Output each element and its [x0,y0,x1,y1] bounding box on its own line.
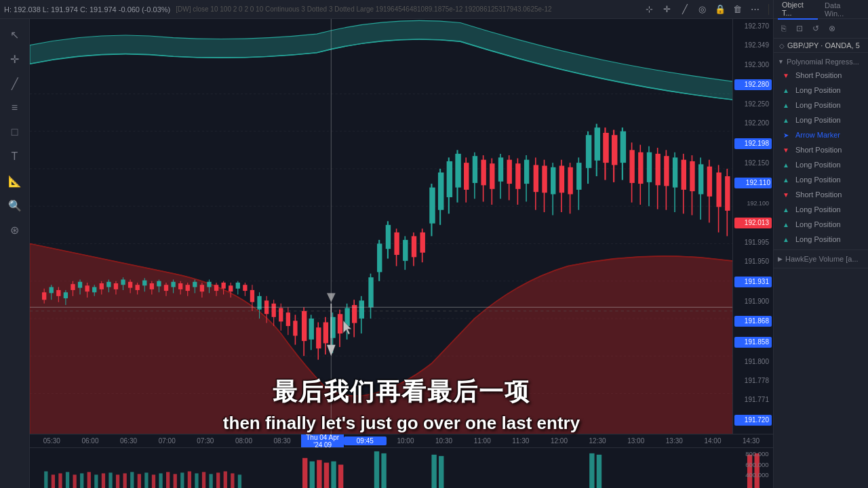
svg-rect-212 [130,472,134,488]
pos-long-5[interactable]: ▲ Long Position [778,172,864,187]
rp-tool-paste[interactable]: ⊡ [793,22,806,35]
short-position-icon-3: ▼ [781,189,791,200]
svg-rect-218 [174,474,177,488]
svg-rect-58 [207,282,211,287]
pos-long-1[interactable]: ▲ Long Position [778,83,864,98]
tool-cross[interactable]: ✛ [5,49,25,69]
price-192370: 192.370 [734,22,772,31]
time-0700: 07:00 [148,437,186,445]
svg-rect-140 [534,165,538,192]
tool-zoom[interactable]: 🔍 [5,195,25,216]
pos-long-6[interactable]: ▲ Long Position [778,202,864,217]
svg-rect-232 [331,462,336,488]
rp-tool-settings[interactable]: ⊗ [825,22,839,35]
toolbar-line-btn[interactable]: ╱ [677,2,692,17]
svg-rect-222 [202,472,205,488]
tool-cursor[interactable]: ↖ [5,24,25,45]
svg-rect-204 [73,474,76,488]
long-position-icon-3: ▲ [781,115,791,125]
tool-shape[interactable]: □ [5,122,25,142]
svg-rect-150 [576,163,581,190]
symbol-icon: ◇ [779,42,785,49]
svg-rect-20 [71,284,75,290]
arrow-marker-icon: ➤ [781,129,791,140]
tool-magnet[interactable]: ⊛ [5,220,25,240]
svg-rect-90 [323,322,328,343]
svg-rect-136 [515,163,520,189]
svg-rect-230 [317,460,321,488]
tab-object-tree[interactable]: Object T... [778,0,818,20]
pos-long-3[interactable]: ▲ Long Position [778,113,864,127]
svg-rect-26 [92,287,96,293]
indicator-hawkeye-label: HawkEye Volume [a... [785,255,859,263]
top-bar: H: 192.038 L: 191.974 C: 191.974 -0.060 … [0,0,868,19]
price-192100: 192.100 [734,199,772,208]
svg-rect-14 [50,287,54,293]
price-192110: 192.110 [734,178,772,188]
time-1430: 14:30 [732,437,770,445]
rp-tool-copy[interactable]: ⎘ [776,22,790,35]
svg-rect-203 [66,472,69,488]
pos-short-3[interactable]: ▼ Short Position [778,187,864,202]
tab-data-window[interactable]: Data Win... [821,0,864,19]
time-0530: 05:30 [33,437,71,445]
svg-rect-116 [429,188,435,224]
indicator-polynomial-header[interactable]: ▼ Polynomial Regress... [778,56,864,68]
svg-rect-84 [302,311,307,341]
symbol-label: GBP/JPY · OANDA, 5 [787,41,860,49]
long-position-icon-7: ▲ [781,219,791,230]
svg-rect-34 [121,280,125,285]
svg-rect-100 [359,300,364,319]
symbol-row: ◇ GBP/JPY · OANDA, 5 [774,39,868,53]
svg-rect-66 [236,283,240,289]
svg-rect-76 [272,304,276,317]
price-191950: 191.950 [734,257,772,266]
svg-rect-235 [381,453,386,488]
long-position-icon-1: ▲ [781,85,791,96]
svg-rect-226 [231,473,234,488]
tool-measure[interactable]: 📐 [5,171,25,191]
pos-long-7[interactable]: ▲ Long Position [778,217,864,232]
toolbar-trash-btn[interactable]: 🗑 [730,2,745,17]
rp-tool-refresh[interactable]: ↺ [809,22,823,35]
svg-rect-170 [664,156,669,186]
long-position-icon-6: ▲ [781,204,791,215]
svg-rect-124 [464,163,469,190]
toolbar-lock-btn[interactable]: 🔒 [713,2,728,17]
svg-rect-88 [316,327,321,348]
indicator-hawkeye-header[interactable]: ▶ HawkEye Volume [a... [778,253,864,265]
price-191931: 191.931 [734,277,772,287]
svg-rect-24 [85,285,89,291]
svg-rect-86 [309,319,314,340]
pos-short-2[interactable]: ▼ Short Position [778,142,864,157]
toolbar-cursor-btn[interactable]: ⊹ [642,2,657,17]
tool-text[interactable]: T [5,146,25,167]
tool-line[interactable]: ╱ [5,73,25,94]
pos-arrow-label: Arrow Marker [795,131,840,139]
pos-long-4[interactable]: ▲ Long Position [778,157,864,172]
toolbar-more-btn[interactable]: ⋯ [748,2,763,17]
tool-fib[interactable]: ≡ [5,98,25,118]
svg-rect-216 [159,473,162,488]
time-0600: 06:00 [71,437,110,445]
toolbar-circle-btn[interactable]: ◎ [695,2,710,17]
pos-short-1[interactable]: ▼ Short Position [778,68,864,83]
pos-long-2[interactable]: ▲ Long Position [778,98,864,113]
svg-rect-158 [612,135,617,165]
svg-rect-221 [195,473,198,488]
short-position-icon-2: ▼ [781,144,791,155]
svg-rect-233 [338,465,343,488]
svg-rect-206 [87,472,91,488]
pos-arrow[interactable]: ➤ Arrow Marker [778,127,864,142]
pos-long-8[interactable]: ▲ Long Position [778,232,864,247]
svg-rect-62 [221,283,225,289]
chart-area[interactable] [30,19,773,447]
price-192198: 192.198 [734,138,772,149]
indicator-hawkeye: ▶ HawkEye Volume [a... [774,250,868,268]
long-position-icon-8: ▲ [781,234,791,245]
pos-long-label-3: Long Position [795,116,841,124]
pos-long-label-2: Long Position [795,101,841,109]
svg-rect-130 [490,163,494,189]
toolbar-crosshair-btn[interactable]: ✛ [660,2,675,17]
svg-rect-138 [524,160,529,184]
